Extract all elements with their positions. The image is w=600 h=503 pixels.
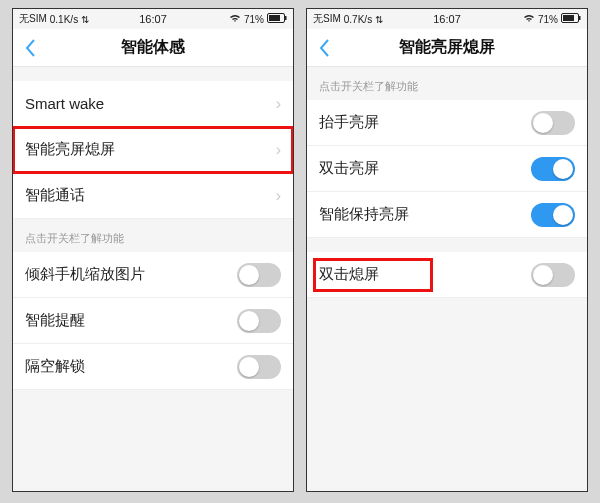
clock: 16:07 bbox=[13, 13, 293, 25]
settings-group-1: 抬手亮屏 双击亮屏 智能保持亮屏 bbox=[307, 100, 587, 238]
section-hint: 点击开关栏了解功能 bbox=[13, 219, 293, 252]
row-label: 双击熄屏 bbox=[319, 265, 379, 284]
section-spacer bbox=[13, 67, 293, 81]
screenshot-right: 无SIM 0.7K/s ⇅ 16:07 71% 智能亮屏熄屏 点击开关栏了解功能… bbox=[306, 8, 588, 492]
row-smart-screen[interactable]: 智能亮屏熄屏 › bbox=[13, 127, 293, 173]
page-title: 智能亮屏熄屏 bbox=[307, 37, 587, 58]
row-label: 智能通话 bbox=[25, 186, 85, 205]
clock: 16:07 bbox=[307, 13, 587, 25]
row-double-tap-sleep[interactable]: 双击熄屏 bbox=[307, 252, 587, 298]
row-smart-remind[interactable]: 智能提醒 bbox=[13, 298, 293, 344]
toggle-smart-stay-on[interactable] bbox=[531, 203, 575, 227]
row-tilt-zoom[interactable]: 倾斜手机缩放图片 bbox=[13, 252, 293, 298]
row-label: 倾斜手机缩放图片 bbox=[25, 265, 145, 284]
row-label: 智能亮屏熄屏 bbox=[25, 140, 115, 159]
toggle-double-tap-wake[interactable] bbox=[531, 157, 575, 181]
nav-bar: 智能亮屏熄屏 bbox=[307, 29, 587, 67]
section-spacer bbox=[307, 238, 587, 252]
section-hint: 点击开关栏了解功能 bbox=[307, 67, 587, 100]
nav-bar: 智能体感 bbox=[13, 29, 293, 67]
row-double-tap-wake[interactable]: 双击亮屏 bbox=[307, 146, 587, 192]
chevron-right-icon: › bbox=[276, 95, 281, 113]
settings-group-1: Smart wake › 智能亮屏熄屏 › 智能通话 › bbox=[13, 81, 293, 219]
row-smart-call[interactable]: 智能通话 › bbox=[13, 173, 293, 219]
row-raise-to-wake[interactable]: 抬手亮屏 bbox=[307, 100, 587, 146]
row-air-unlock[interactable]: 隔空解锁 bbox=[13, 344, 293, 390]
toggle-smart-remind[interactable] bbox=[237, 309, 281, 333]
toggle-air-unlock[interactable] bbox=[237, 355, 281, 379]
toggle-raise-to-wake[interactable] bbox=[531, 111, 575, 135]
row-smart-stay-on[interactable]: 智能保持亮屏 bbox=[307, 192, 587, 238]
row-label: 智能保持亮屏 bbox=[319, 205, 409, 224]
row-smart-wake[interactable]: Smart wake › bbox=[13, 81, 293, 127]
row-label: 双击亮屏 bbox=[319, 159, 379, 178]
status-bar: 无SIM 0.1K/s ⇅ 16:07 71% bbox=[13, 9, 293, 29]
page-title: 智能体感 bbox=[13, 37, 293, 58]
row-label: 隔空解锁 bbox=[25, 357, 85, 376]
screenshot-left: 无SIM 0.1K/s ⇅ 16:07 71% 智能体感 Smart wake … bbox=[12, 8, 294, 492]
settings-group-2: 倾斜手机缩放图片 智能提醒 隔空解锁 bbox=[13, 252, 293, 390]
status-bar: 无SIM 0.7K/s ⇅ 16:07 71% bbox=[307, 9, 587, 29]
toggle-tilt-zoom[interactable] bbox=[237, 263, 281, 287]
chevron-right-icon: › bbox=[276, 187, 281, 205]
row-label: Smart wake bbox=[25, 95, 104, 112]
row-label: 抬手亮屏 bbox=[319, 113, 379, 132]
chevron-right-icon: › bbox=[276, 141, 281, 159]
row-label: 智能提醒 bbox=[25, 311, 85, 330]
toggle-double-tap-sleep[interactable] bbox=[531, 263, 575, 287]
settings-group-2: 双击熄屏 bbox=[307, 252, 587, 298]
